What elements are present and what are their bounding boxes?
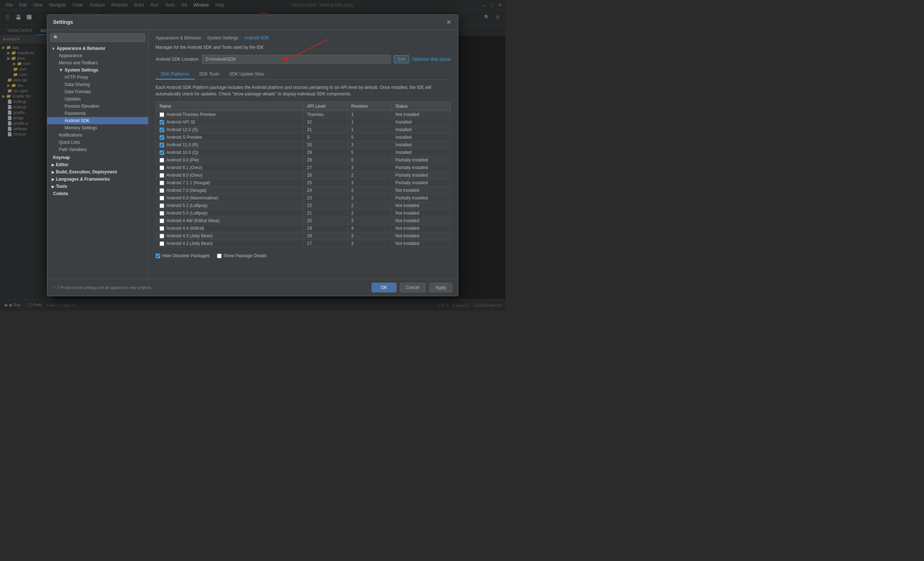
hint-text: ? Project-level settings will be applied… (57, 285, 151, 290)
nav-item-path-variables[interactable]: Path Variables (47, 146, 148, 153)
breadcrumb-sep-2: › (240, 35, 242, 41)
platform-checkbox[interactable] (159, 196, 164, 200)
apply-button[interactable]: Apply (429, 283, 452, 292)
sdk-tab-update-sites[interactable]: SDK Update Sites (225, 69, 270, 80)
nav-item-appearance[interactable]: Appearance (47, 52, 148, 59)
platform-name: Android 8.1 (Oreo) (166, 165, 202, 170)
platform-api: 27 (303, 164, 348, 171)
nav-item-date-formats[interactable]: Date Formats (47, 88, 148, 95)
show-details-label[interactable]: Show Package Details (217, 253, 267, 258)
nav-group-tools[interactable]: ▶ Tools (47, 183, 148, 190)
settings-search-input[interactable] (50, 33, 145, 42)
cancel-button[interactable]: Cancel (400, 283, 426, 292)
platform-name: Android 6.0 (Marshmallow) (166, 196, 218, 200)
platform-checkbox[interactable] (159, 180, 164, 185)
platform-status: Partially installed (392, 164, 450, 171)
platform-checkbox[interactable] (159, 173, 164, 178)
platform-status: Not installed (392, 111, 450, 119)
sdk-table-row: Android 5.0 (Lollipop)212Not installed (156, 209, 451, 217)
sdk-description: Each Android SDK Platform package includ… (156, 84, 451, 97)
sdk-table-row: Android 6.0 (Marshmallow)233Partially in… (156, 194, 451, 202)
dialog-title: Settings (53, 19, 73, 25)
nav-item-updates[interactable]: Updates (47, 95, 148, 102)
ok-button[interactable]: OK (372, 283, 396, 292)
hide-obsolete-checkbox[interactable] (156, 254, 160, 258)
platform-revision: 5 (348, 134, 392, 141)
nav-item-http-proxy[interactable]: HTTP Proxy (47, 74, 148, 81)
sdk-location-input[interactable] (202, 55, 391, 63)
platform-checkbox[interactable] (159, 150, 164, 155)
platform-status: Partially installed (392, 156, 450, 164)
optimize-button[interactable]: Optimize disk space (412, 57, 451, 62)
nav-group-appearance-behavior[interactable]: ▼ Appearance & Behavior (47, 45, 148, 52)
nav-item-quick-lists[interactable]: Quick Lists (47, 139, 148, 146)
platform-name: Android 7.0 (Nougat) (166, 188, 207, 193)
platform-checkbox[interactable] (159, 112, 164, 117)
platform-checkbox[interactable] (159, 165, 164, 170)
show-details-checkbox[interactable] (217, 254, 222, 258)
footer-hint: ? ? Project-level settings will be appli… (53, 285, 368, 290)
nav-item-menus[interactable]: Menus and Toolbars (47, 59, 148, 66)
nav-group-system-settings[interactable]: ▼System Settings (47, 66, 148, 74)
platform-checkbox[interactable] (159, 143, 164, 147)
platform-name: Android 9.0 (Pie) (166, 158, 199, 162)
sdk-footer: Hide Obsolete Packages Show Package Deta… (156, 251, 451, 260)
platform-revision: 4 (348, 225, 392, 232)
platform-checkbox[interactable] (159, 158, 164, 162)
platform-api: 21 (303, 209, 348, 217)
nav-item-passwords[interactable]: Passwords (47, 110, 148, 117)
platform-status: Not installed (392, 232, 450, 240)
platform-api: 20 (303, 217, 348, 225)
settings-nav: ▼ Appearance & Behavior Appearance Menus… (47, 30, 148, 279)
nav-item-notifications[interactable]: Notifications (47, 131, 148, 139)
platform-api: S (303, 134, 348, 141)
platform-name: Android 5.1 (Lollipop) (166, 203, 207, 208)
platform-checkbox[interactable] (159, 135, 164, 140)
platform-checkbox[interactable] (159, 211, 164, 216)
platform-name: Android 4.2 (Jelly Bean) (166, 241, 213, 246)
platform-api: 29 (303, 149, 348, 156)
nav-item-process-elevation[interactable]: Process Elevation (47, 102, 148, 110)
sdk-table-row: Android 4.4W (KitKat Wear)202Not install… (156, 217, 451, 225)
sdk-table-row: Android 4.2 (Jelly Bean)173Not installed (156, 240, 451, 247)
build-label: Build, Execution, Deployment (56, 169, 117, 174)
nav-item-memory-settings[interactable]: Memory Settings (47, 124, 148, 131)
sdk-tab-platforms[interactable]: SDK Platforms (156, 69, 194, 80)
nav-group-languages[interactable]: ▶ Languages & Frameworks (47, 176, 148, 183)
platform-status: Partially installed (392, 171, 450, 179)
platform-revision: 3 (348, 179, 392, 187)
platform-checkbox[interactable] (159, 128, 164, 132)
col-header-name: Name (156, 102, 303, 111)
platform-revision: 2 (348, 187, 392, 194)
platform-checkbox[interactable] (159, 120, 164, 125)
nav-group-build[interactable]: ▶ Build, Execution, Deployment (47, 168, 148, 176)
nav-item-data-sharing[interactable]: Data Sharing (47, 81, 148, 88)
platform-checkbox[interactable] (159, 241, 164, 246)
platform-status: Not installed (392, 209, 450, 217)
hide-obsolete-label[interactable]: Hide Obsolete Packages (156, 253, 210, 258)
dialog-footer: ? ? Project-level settings will be appli… (47, 279, 458, 296)
platform-status: Not installed (392, 202, 450, 209)
platform-status: Not installed (392, 187, 450, 194)
platform-revision: 1 (348, 119, 392, 126)
sdk-table-row: Android 5.1 (Lollipop)222Not installed (156, 202, 451, 209)
platform-api: 18 (303, 232, 348, 240)
nav-group-keymap[interactable]: Keymap (47, 154, 148, 161)
platform-checkbox[interactable] (159, 188, 164, 193)
edit-button[interactable]: Edit (394, 55, 409, 63)
sdk-table-row: Android S PreviewS5Installed (156, 134, 451, 141)
platform-checkbox[interactable] (159, 226, 164, 231)
dialog-body: ▼ Appearance & Behavior Appearance Menus… (47, 30, 458, 279)
dialog-close-button[interactable]: ✕ (445, 18, 452, 26)
platform-checkbox[interactable] (159, 203, 164, 208)
sdk-table-row: Android 10.0 (Q)295Installed (156, 149, 451, 156)
sdk-tab-tools[interactable]: SDK Tools (194, 69, 225, 80)
nav-group-editor[interactable]: ▶ Editor (47, 161, 148, 168)
platform-name: Android 10.0 (Q) (166, 150, 198, 155)
platform-checkbox[interactable] (159, 234, 164, 238)
hint-icon: ? (53, 285, 55, 290)
nav-item-android-sdk[interactable]: Android SDK (47, 117, 148, 124)
sdk-table-row: Android 4.3 (Jelly Bean)183Not installed (156, 232, 451, 240)
nav-group-codota[interactable]: Codota (47, 190, 148, 197)
platform-checkbox[interactable] (159, 218, 164, 223)
